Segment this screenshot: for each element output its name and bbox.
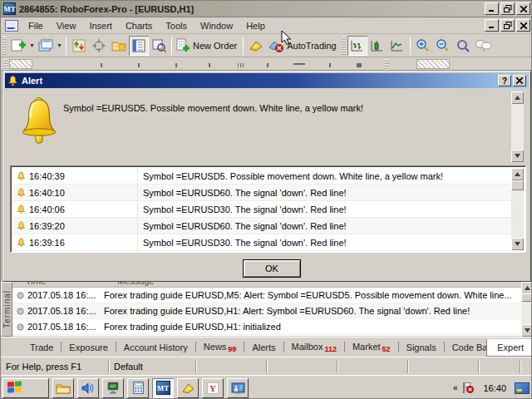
tab-alerts[interactable]: Alerts [244, 340, 283, 355]
zoom-out-button[interactable] [433, 36, 453, 56]
menu-charts[interactable]: Charts [119, 19, 159, 32]
scroll-thumb[interactable] [511, 180, 524, 190]
scroll-down-icon[interactable] [511, 238, 524, 250]
journal-row[interactable]: 2017.05.18 16:... Forex trading guide EU… [12, 303, 521, 319]
profiles-button[interactable] [36, 36, 56, 56]
taskbar-volume-button[interactable] [77, 378, 99, 398]
terminal-side-tab[interactable]: Terminal [1, 282, 12, 337]
child-minimize-button[interactable] [485, 19, 499, 32]
minimize-button[interactable] [485, 2, 499, 15]
taskbar-yandex-button[interactable]: Y [202, 378, 224, 398]
alert-row[interactable]: 16:40:39 Symbol =EURUSD5. Possible movem… [12, 168, 511, 185]
scroll-up-icon[interactable] [521, 282, 532, 294]
tab-exposure[interactable]: Exposure [62, 340, 115, 355]
toolbar-grip[interactable] [2, 37, 7, 55]
hidden-icons-chevron[interactable]: « [453, 383, 457, 392]
tab-mailbox[interactable]: Mailbox112 [284, 339, 344, 356]
timeframe-button[interactable] [416, 59, 450, 69]
taskbar-metatrader-button[interactable]: MT [152, 378, 174, 398]
journal-dot-icon [12, 308, 27, 315]
new-chart-button[interactable] [8, 36, 28, 56]
alert-row[interactable]: 16:39:16 Symbol =EURUSD30. The signal 'd… [12, 234, 511, 251]
menu-insert[interactable]: Insert [82, 19, 119, 32]
journal-time: 2017.05.18 16:... [27, 290, 104, 300]
expert-advisors-button[interactable] [246, 36, 266, 56]
show-desktop-button[interactable] [515, 382, 530, 394]
alert-dialog-titlebar[interactable]: Alert ? [5, 73, 529, 88]
alert-bell-icon [20, 96, 58, 145]
magnifier-button[interactable] [453, 36, 473, 56]
restore-button[interactable] [500, 2, 515, 15]
status-profile[interactable]: Default [109, 360, 196, 373]
crosshair-button[interactable] [89, 36, 109, 56]
alert-row[interactable]: 16:40:06 Symbol =EURUSD30. The signal 'd… [12, 201, 511, 218]
folder-icon [56, 382, 71, 394]
status-cell [520, 360, 532, 373]
scroll-up-icon[interactable] [511, 91, 524, 104]
ok-button[interactable]: OK [243, 259, 301, 278]
alert-time: 16:39:16 [29, 238, 137, 248]
menu-help[interactable]: Help [239, 19, 272, 32]
taskbar-folder-button[interactable] [52, 378, 74, 398]
tab-trade[interactable]: Trade [22, 340, 61, 355]
new-order-button[interactable]: New Order [175, 36, 240, 56]
app-icon: MT [3, 2, 16, 15]
dialog-close-button[interactable] [513, 75, 526, 86]
toolbar-grip[interactable] [342, 37, 346, 55]
menu-bar: File View Insert Charts Tools Window Hel… [1, 17, 532, 34]
alert-row[interactable]: 16:40:10 Symbol =EURUSD60. The signal 'd… [12, 185, 511, 201]
bell-icon [12, 171, 29, 181]
new-chart-dropdown-icon[interactable]: ▼ [28, 36, 36, 56]
profiles-dropdown-icon[interactable]: ▼ [56, 36, 63, 56]
menu-file[interactable]: File [22, 19, 50, 32]
message-scrollbar[interactable] [511, 91, 524, 162]
security-flag-icon[interactable] [461, 382, 475, 394]
scroll-down-icon[interactable] [521, 324, 532, 337]
chat-button[interactable] [473, 36, 493, 56]
taskbar-display-button[interactable] [102, 378, 124, 398]
bar-chart-button[interactable] [347, 36, 367, 56]
autotrading-button[interactable]: AutoTrading [266, 36, 340, 56]
toolbar-grip[interactable] [3, 59, 7, 70]
menu-window[interactable]: Window [194, 19, 239, 32]
tab-market[interactable]: Market52 [345, 339, 398, 356]
line-chart-button[interactable] [387, 36, 407, 56]
alert-list-scrollbar[interactable] [511, 168, 524, 250]
tab-experts[interactable]: Expert [486, 339, 532, 357]
column-header-time[interactable]: Time [26, 282, 46, 286]
favorites-button[interactable] [109, 36, 129, 56]
candlestick-chart-button[interactable] [367, 36, 387, 56]
market-watch-button[interactable] [129, 36, 149, 56]
menu-tools[interactable]: Tools [159, 19, 194, 32]
taskbar-clock[interactable]: 16:40 [480, 383, 510, 393]
close-button[interactable] [516, 2, 530, 15]
column-header-message[interactable]: Message [117, 282, 155, 286]
status-cell [479, 360, 520, 373]
dialog-help-button[interactable]: ? [498, 75, 511, 86]
taskbar-notes-button[interactable] [177, 378, 199, 398]
tab-signals[interactable]: Signals [399, 340, 444, 355]
period-button[interactable] [9, 59, 32, 69]
start-button[interactable] [2, 378, 49, 398]
terminal-tabs: Trade Exposure Account History News99 Al… [1, 337, 532, 357]
journal-row[interactable]: 2017.05.18 16:... Forex trading guide EU… [12, 319, 521, 335]
cycle-button[interactable] [69, 36, 89, 56]
navigator-button[interactable] [149, 36, 169, 56]
scroll-down-icon[interactable] [511, 150, 524, 162]
news-count-badge: 99 [228, 345, 236, 353]
child-restore-button[interactable] [500, 19, 515, 32]
taskbar-presentation-button[interactable] [227, 378, 249, 398]
journal-row[interactable]: 2017.05.18 16:... Forex trading guide EU… [12, 288, 521, 303]
windows-logo-icon [7, 381, 22, 394]
scroll-thumb[interactable] [521, 293, 532, 302]
tab-account-history[interactable]: Account History [116, 340, 195, 355]
alert-row[interactable]: 16:39:20 Symbol =EURUSD60. The signal 'd… [12, 218, 511, 234]
toolbar-grip[interactable] [385, 59, 389, 70]
terminal-scrollbar[interactable] [521, 282, 532, 337]
tab-news[interactable]: News99 [196, 339, 244, 356]
scroll-up-icon[interactable] [511, 168, 524, 180]
child-close-button[interactable] [516, 19, 530, 32]
menu-view[interactable]: View [50, 19, 83, 32]
taskbar-calculator-button[interactable] [127, 378, 149, 398]
zoom-in-button[interactable] [413, 36, 433, 56]
